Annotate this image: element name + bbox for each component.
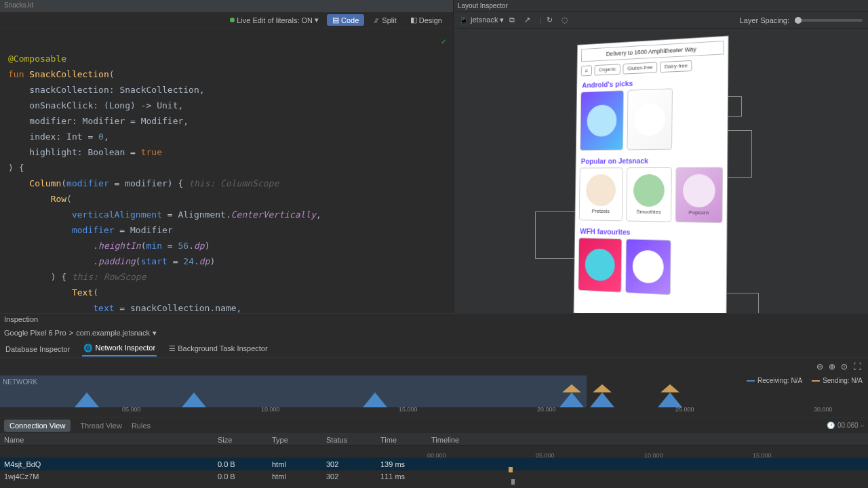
snapshot-icon[interactable]: ⧉	[509, 16, 519, 25]
live-edit-toggle[interactable]: Live Edit of literals: ON ▾	[224, 14, 324, 26]
check-icon: ✓	[441, 34, 446, 49]
card-popcorn[interactable]: Popcorn	[675, 167, 723, 224]
layout-canvas[interactable]: Delivery to 1600 Amphitheater Way ≡ Orga…	[454, 28, 868, 313]
card-smoothies[interactable]: Smoothies	[626, 167, 671, 222]
chip-gluten[interactable]: Gluten-free	[623, 62, 657, 74]
network-timeline[interactable]: NETWORK Receiving: N/A Sending: N/A 05.0…	[0, 375, 868, 418]
editor-tab[interactable]: Snacks.kt	[0, 0, 453, 12]
view-code-button[interactable]: ▤ Code	[327, 14, 364, 26]
legend-receiving: Receiving: N/A	[747, 377, 802, 384]
export-icon[interactable]: ↗	[524, 16, 534, 25]
tab-network[interactable]: 🌐 Network Inspector	[82, 341, 157, 357]
process-dropdown[interactable]: 📱 jetsnack ▾	[459, 16, 504, 24]
live-icon[interactable]: ◌	[561, 16, 571, 25]
view-design-button[interactable]: ◧ Design	[405, 14, 448, 26]
device-preview[interactable]: Delivery to 1600 Amphitheater Way ≡ Orga…	[574, 35, 729, 313]
code-editor[interactable]: ✓@Composable fun SnackCollection( snackC…	[0, 28, 453, 313]
section-wfh: WFH favourites	[580, 227, 721, 239]
table-row[interactable]: M4sjt_BdQ0.0 Bhtml302139 ms	[0, 458, 868, 470]
inspection-title: Inspection	[0, 313, 868, 325]
address-bar: Delivery to 1600 Amphitheater Way	[581, 41, 724, 62]
table-header: NameSizeTypeStatusTimeTimeline	[0, 434, 868, 446]
legend-sending: Sending: N/A	[812, 377, 863, 384]
card-pretzels[interactable]: Pretzels	[579, 167, 623, 221]
table-row[interactable]: 1wj4Cz7M0.0 Bhtml302111 ms	[0, 470, 868, 483]
zoom-fit-icon[interactable]: ⛶	[853, 362, 863, 371]
subtab-thread[interactable]: Thread View	[80, 422, 122, 430]
card-wfh-2[interactable]	[625, 239, 671, 295]
refresh-icon[interactable]: ↻	[547, 16, 556, 25]
tab-background[interactable]: ☰ Background Task Inspector	[167, 342, 269, 356]
section-popular: Popular on Jetsnack	[581, 156, 722, 165]
tab-database[interactable]: Database Inspector	[4, 342, 71, 356]
view-split-button[interactable]: ⫽ Split	[367, 15, 401, 26]
layout-inspector-title: Layout Inspector	[454, 0, 868, 12]
chip-dairy[interactable]: Dairy-free	[660, 60, 692, 73]
subtab-connection[interactable]: Connection View	[4, 420, 71, 432]
layer-spacing-slider[interactable]	[795, 19, 863, 22]
live-edit-label: Live Edit of literals: ON	[237, 16, 313, 24]
card-wfh-1[interactable]	[578, 237, 622, 292]
chip-organic[interactable]: Organic	[594, 64, 620, 75]
time-range: 🕑 00.060 –	[827, 422, 864, 429]
zoom-out-icon[interactable]: ⊖	[816, 362, 826, 371]
filter-icon[interactable]: ≡	[581, 65, 592, 76]
device-breadcrumb[interactable]: Google Pixel 6 Pro > com.example.jetsnac…	[0, 325, 868, 340]
zoom-in-icon[interactable]: ⊕	[829, 362, 838, 371]
card-pick-2[interactable]	[627, 88, 673, 150]
card-pick-1[interactable]	[580, 90, 624, 150]
layer-spacing-label: Layer Spacing:	[740, 16, 789, 24]
zoom-reset-icon[interactable]: ⊙	[841, 362, 850, 371]
subtab-rules[interactable]: Rules	[132, 422, 151, 430]
